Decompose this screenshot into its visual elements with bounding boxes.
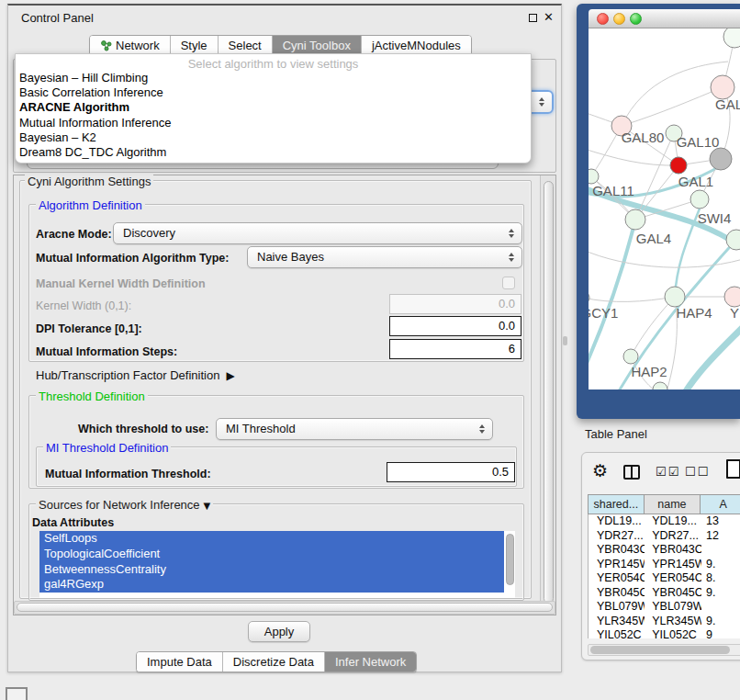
table-row[interactable]: YBR043CYBR043C: [589, 543, 740, 558]
tab-cyni-toolbox[interactable]: Cyni Toolbox: [273, 36, 362, 55]
minimized-window-icon[interactable]: [6, 687, 28, 700]
attribute-list-item[interactable]: TopologicalCoefficient: [39, 547, 504, 562]
network-node[interactable]: [625, 209, 645, 230]
sources-title[interactable]: Sources for Network Inference▼: [36, 498, 213, 512]
algorithm-option[interactable]: Mutual Information Inference: [16, 116, 531, 130]
network-edge[interactable]: [622, 87, 723, 126]
table-horizontal-scrollbar[interactable]: [588, 644, 740, 656]
attribute-list-item[interactable]: BetweennessCentrality: [39, 562, 504, 578]
which-threshold-combobox[interactable]: MI Threshold: [216, 418, 493, 440]
table-row[interactable]: YER054CYER054C8.: [589, 571, 740, 586]
table-row[interactable]: YBL079WYBL079W: [589, 600, 740, 615]
kernel-width-field[interactable]: 0.0: [389, 294, 521, 314]
network-canvas[interactable]: GALGAL80GAL10GAL1GAL11SWI4GAL4GCY1HAP4YH…: [589, 28, 740, 390]
network-node[interactable]: [710, 148, 732, 170]
table-cell[interactable]: YLR345W: [589, 615, 645, 629]
table-row[interactable]: YPR145WYPR145W9.: [589, 558, 740, 572]
tab-network[interactable]: Network: [90, 36, 171, 55]
table-row[interactable]: YBR045CYBR045C9.: [589, 586, 740, 601]
algorithm-option[interactable]: ARACNE Algorithm: [16, 100, 531, 115]
network-node[interactable]: [690, 190, 709, 209]
table-row[interactable]: YIL052CYIL052C9: [589, 628, 740, 638]
algorithm-option[interactable]: Basic Correlation Inference: [16, 85, 531, 100]
table-cell[interactable]: 9.: [701, 586, 740, 601]
settings-horizontal-scrollbar-thumb[interactable]: [17, 603, 553, 612]
network-node[interactable]: [665, 287, 685, 307]
table-column-header[interactable]: name: [645, 495, 701, 514]
table-cell[interactable]: YDR27...: [645, 529, 701, 544]
table-row[interactable]: YDR27...YDR27...12: [589, 529, 740, 544]
aracne-mode-combobox[interactable]: Discovery: [113, 222, 522, 244]
table-cell[interactable]: YBR043C: [589, 543, 645, 558]
table-cell[interactable]: YPR145W: [589, 558, 645, 572]
table-cell[interactable]: 8.: [701, 571, 740, 586]
apply-button[interactable]: Apply: [248, 621, 310, 642]
attributes-scrollbar-thumb[interactable]: [506, 534, 514, 585]
zoom-traffic-light[interactable]: [630, 13, 642, 25]
network-node[interactable]: [723, 28, 740, 48]
network-node[interactable]: [653, 382, 667, 390]
float-window-icon[interactable]: [529, 14, 537, 22]
panel-splitter-handle[interactable]: [563, 336, 567, 345]
table-column-header[interactable]: shared...: [589, 495, 645, 514]
table-cell[interactable]: YER054C: [645, 571, 701, 586]
network-edge[interactable]: [680, 321, 740, 390]
table-cell[interactable]: 12: [701, 529, 740, 544]
table-cell[interactable]: YPR145W: [645, 558, 701, 572]
table-cell[interactable]: YBR045C: [645, 586, 701, 601]
table-cell[interactable]: YBL079W: [589, 600, 645, 615]
settings-vertical-scrollbar-thumb[interactable]: [544, 181, 554, 604]
tab-discretize-data[interactable]: Discretize Data: [223, 652, 325, 672]
table-cell[interactable]: 9.: [701, 558, 740, 572]
close-icon[interactable]: ✕: [544, 10, 554, 24]
table-cell[interactable]: YDL19...: [645, 514, 701, 529]
gear-icon[interactable]: ⚙: [592, 460, 608, 480]
table-cell[interactable]: YIL052C: [645, 628, 701, 638]
tab-style[interactable]: Style: [171, 36, 219, 55]
network-node[interactable]: [724, 287, 740, 307]
table-cell[interactable]: [701, 543, 740, 558]
network-edge[interactable]: [635, 133, 674, 220]
network-node[interactable]: [589, 169, 599, 184]
table-cell[interactable]: YER054C: [589, 571, 645, 586]
dpi-tolerance-field[interactable]: 0.0: [389, 316, 521, 336]
table-cell[interactable]: YLR345W: [645, 615, 701, 629]
network-node[interactable]: [623, 349, 638, 364]
close-traffic-light[interactable]: [597, 13, 609, 25]
mi-algorithm-type-combobox[interactable]: Naive Bayes: [247, 246, 522, 268]
split-pane-icon[interactable]: [623, 465, 640, 480]
table-cell[interactable]: YBR045C: [589, 586, 645, 601]
attribute-list-item[interactable]: SelfLoops: [39, 531, 504, 547]
network-edge[interactable]: [589, 148, 678, 165]
hub-definition-toggle[interactable]: Hub/Transcription Factor Definition ▶: [36, 368, 235, 382]
table-row[interactable]: YLR345WYLR345W9.: [589, 615, 740, 629]
algorithm-option[interactable]: Dream8 DC_TDC Algorithm: [16, 145, 531, 160]
attributes-scrollbar[interactable]: [506, 534, 514, 593]
network-node[interactable]: [589, 291, 589, 304]
network-edge[interactable]: [589, 297, 675, 301]
minimize-traffic-light[interactable]: [613, 13, 625, 25]
tab-infer-network[interactable]: Infer Network: [325, 652, 416, 672]
settings-horizontal-scrollbar[interactable]: [14, 601, 555, 615]
table-cell[interactable]: YDL19...: [589, 514, 645, 529]
table-cell[interactable]: 13: [701, 514, 740, 529]
tab-impute-data[interactable]: Impute Data: [137, 652, 223, 672]
mi-threshold-field[interactable]: 0.5: [387, 462, 515, 482]
network-window-titlebar[interactable]: [589, 9, 740, 28]
table-cell[interactable]: 9.: [701, 615, 740, 629]
table-cell[interactable]: YDR27...: [589, 529, 645, 544]
network-node[interactable]: [670, 157, 687, 174]
table-horizontal-scrollbar-thumb[interactable]: [590, 646, 730, 654]
settings-vertical-scrollbar[interactable]: [540, 175, 555, 615]
tab-select[interactable]: Select: [219, 36, 273, 55]
table-row[interactable]: YDL19...YDL19...13: [589, 514, 740, 529]
algorithm-option[interactable]: Bayesian – K2: [16, 130, 531, 145]
tab-jactivemnodules[interactable]: jActiveMNodules: [362, 36, 471, 55]
unchecked-columns-icon[interactable]: ☐☐: [685, 465, 710, 479]
attribute-list-item[interactable]: gal4RGexp: [39, 577, 504, 593]
network-edge[interactable]: [631, 297, 675, 356]
table-cell[interactable]: YIL052C: [589, 628, 645, 638]
table-column-header[interactable]: A: [701, 495, 740, 514]
table-cell[interactable]: [701, 600, 740, 615]
algorithm-option[interactable]: Bayesian – Hill Climbing: [16, 71, 531, 85]
